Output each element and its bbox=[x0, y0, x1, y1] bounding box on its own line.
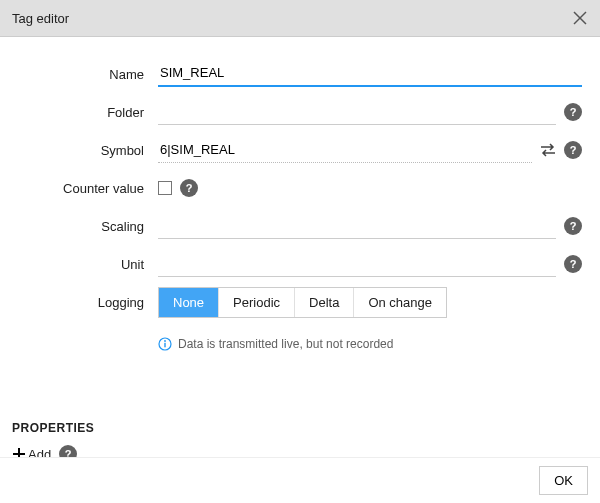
dialog-header: Tag editor bbox=[0, 0, 600, 37]
row-folder: Folder ? bbox=[0, 95, 582, 129]
svg-rect-4 bbox=[164, 343, 165, 348]
counter-checkbox[interactable] bbox=[158, 181, 172, 195]
logging-opt-delta[interactable]: Delta bbox=[295, 288, 354, 317]
label-counter: Counter value bbox=[0, 181, 158, 196]
folder-input[interactable] bbox=[158, 100, 556, 125]
dialog-footer: OK bbox=[0, 457, 600, 503]
logging-info-text: Data is transmitted live, but not record… bbox=[178, 337, 393, 351]
label-unit: Unit bbox=[0, 257, 158, 272]
help-icon[interactable]: ? bbox=[564, 255, 582, 273]
row-logging: Logging None Periodic Delta On change bbox=[0, 285, 582, 319]
name-input[interactable] bbox=[158, 61, 582, 87]
row-unit: Unit ? bbox=[0, 247, 582, 281]
label-name: Name bbox=[0, 67, 158, 82]
logging-opt-none[interactable]: None bbox=[159, 288, 219, 317]
dialog-title: Tag editor bbox=[12, 11, 570, 26]
label-symbol: Symbol bbox=[0, 143, 158, 158]
ok-button[interactable]: OK bbox=[539, 466, 588, 495]
row-counter: Counter value ? bbox=[0, 171, 582, 205]
unit-input[interactable] bbox=[158, 252, 556, 277]
logging-opt-periodic[interactable]: Periodic bbox=[219, 288, 295, 317]
scaling-input[interactable] bbox=[158, 214, 556, 239]
svg-point-3 bbox=[164, 340, 166, 342]
row-logging-info: Data is transmitted live, but not record… bbox=[0, 323, 582, 357]
row-scaling: Scaling ? bbox=[0, 209, 582, 243]
close-icon[interactable] bbox=[570, 8, 590, 28]
label-folder: Folder bbox=[0, 105, 158, 120]
help-icon[interactable]: ? bbox=[564, 217, 582, 235]
help-icon[interactable]: ? bbox=[564, 141, 582, 159]
properties-heading: PROPERTIES bbox=[0, 421, 600, 435]
swap-icon[interactable] bbox=[540, 143, 556, 157]
row-symbol: Symbol ? bbox=[0, 133, 582, 167]
symbol-input[interactable] bbox=[158, 138, 532, 163]
form-body: Name Folder ? Symbol ? Counter value ? S… bbox=[0, 37, 600, 381]
info-icon bbox=[158, 337, 172, 351]
label-scaling: Scaling bbox=[0, 219, 158, 234]
label-logging: Logging bbox=[0, 295, 158, 310]
logging-opt-onchange[interactable]: On change bbox=[354, 288, 446, 317]
help-icon[interactable]: ? bbox=[180, 179, 198, 197]
help-icon[interactable]: ? bbox=[564, 103, 582, 121]
logging-segmented: None Periodic Delta On change bbox=[158, 287, 447, 318]
row-name: Name bbox=[0, 57, 582, 91]
